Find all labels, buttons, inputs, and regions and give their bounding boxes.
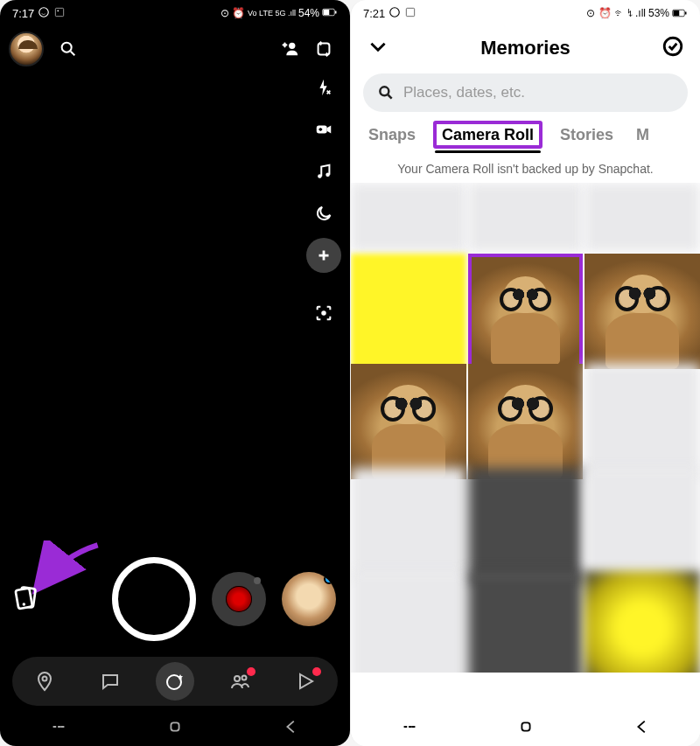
more-tools-button[interactable] xyxy=(306,238,341,273)
thumbnail[interactable] xyxy=(584,254,700,369)
flip-camera-button[interactable] xyxy=(306,31,341,66)
memories-button[interactable] xyxy=(12,583,44,615)
camera-side-toolbar xyxy=(304,70,343,331)
tab-more[interactable]: M xyxy=(634,119,651,153)
memories-header: Memories xyxy=(351,26,700,66)
flip-icon xyxy=(314,39,333,59)
back-button[interactable] xyxy=(282,717,301,740)
svg-point-16 xyxy=(23,603,25,605)
lens-filter-1[interactable] xyxy=(212,572,266,626)
status-bar: 7:21 ⊙ ⏰ ᯤ ↯ .ıll 53% xyxy=(351,0,700,26)
thumbnail[interactable] xyxy=(351,364,466,479)
svg-line-7 xyxy=(71,52,75,56)
recents-button[interactable] xyxy=(49,717,68,740)
thumbnail[interactable] xyxy=(351,571,466,673)
svg-rect-5 xyxy=(335,11,337,14)
android-nav-bar xyxy=(351,711,700,746)
android-nav-bar xyxy=(0,711,350,746)
svg-point-0 xyxy=(39,7,49,17)
scan-button[interactable] xyxy=(306,296,341,331)
whatsapp-icon xyxy=(388,6,401,21)
thumbnail[interactable] xyxy=(584,571,700,673)
thumbnail[interactable] xyxy=(584,468,700,583)
recents-button[interactable] xyxy=(400,717,419,740)
svg-rect-9 xyxy=(318,44,330,55)
nav-spotlight[interactable] xyxy=(286,662,325,701)
lens-filter-2[interactable] xyxy=(282,572,336,626)
add-friend-icon xyxy=(280,39,299,59)
svg-line-32 xyxy=(388,95,392,99)
page-title: Memories xyxy=(480,37,570,59)
svg-rect-24 xyxy=(171,722,178,730)
thumbnail-selected[interactable] xyxy=(468,254,584,369)
thumbnail[interactable] xyxy=(468,468,584,583)
nav-camera[interactable] xyxy=(156,662,194,701)
search-icon xyxy=(59,39,78,59)
svg-point-25 xyxy=(390,7,400,17)
bottom-nav xyxy=(12,657,338,706)
thumbnail[interactable] xyxy=(584,183,700,252)
back-button[interactable] xyxy=(633,717,652,740)
nav-stories[interactable] xyxy=(220,662,259,701)
check-circle-icon xyxy=(662,35,684,58)
profile-avatar[interactable] xyxy=(9,31,44,66)
svg-rect-36 xyxy=(522,722,529,730)
status-time: 7:17 xyxy=(12,7,34,20)
whatsapp-icon xyxy=(38,6,50,21)
annotation-highlight: Camera Roll xyxy=(433,121,542,149)
chevron-down-icon xyxy=(367,35,389,58)
home-button[interactable] xyxy=(165,717,185,740)
camera-top-bar xyxy=(0,26,350,66)
camera-bottom-controls xyxy=(0,557,350,641)
thumbnail[interactable] xyxy=(351,468,466,583)
search-button[interactable] xyxy=(51,31,86,66)
svg-point-6 xyxy=(62,43,72,52)
music-icon xyxy=(314,162,333,181)
select-button[interactable] xyxy=(662,35,684,61)
notification-dot xyxy=(247,667,256,676)
thumbnail[interactable] xyxy=(584,364,700,479)
thumbnail[interactable] xyxy=(351,254,466,369)
alarm2-icon: ⏰ xyxy=(232,7,245,19)
plus-icon xyxy=(314,246,333,265)
camera-roll-grid xyxy=(351,183,700,673)
night-mode-button[interactable] xyxy=(306,196,341,231)
battery-icon xyxy=(322,7,338,19)
memories-tabs: Snaps Camera Roll Stories M xyxy=(351,119,700,153)
svg-rect-26 xyxy=(407,8,415,16)
thumbnail[interactable] xyxy=(468,571,584,673)
battery-icon xyxy=(672,9,688,17)
nav-chat[interactable] xyxy=(91,662,130,701)
pin-icon xyxy=(34,671,55,692)
thumbnail[interactable] xyxy=(468,183,584,252)
image-icon xyxy=(53,6,66,21)
shutter-button[interactable] xyxy=(112,557,196,641)
tab-camera-roll[interactable]: Camera Roll xyxy=(437,119,539,153)
flash-button[interactable] xyxy=(306,70,341,105)
svg-point-12 xyxy=(326,172,330,177)
nav-map[interactable] xyxy=(25,662,64,701)
music-button[interactable] xyxy=(306,154,341,189)
svg-point-31 xyxy=(380,87,388,95)
snapchat-memories-screen: 7:21 ⊙ ⏰ ᯤ ↯ .ıll 53% Memories Places, d… xyxy=(350,0,700,746)
chat-icon xyxy=(100,671,121,692)
thumbnail[interactable] xyxy=(468,364,584,479)
thumbnail[interactable] xyxy=(351,183,466,252)
search-input[interactable]: Places, dates, etc. xyxy=(363,73,688,112)
battery-label: 54% xyxy=(298,7,319,19)
tab-snaps[interactable]: Snaps xyxy=(367,119,417,153)
alarm-icon: ⊙ xyxy=(220,7,229,19)
battery-label: 53% xyxy=(648,7,669,19)
home-button[interactable] xyxy=(516,717,536,740)
status-bar: 7:17 ⊙ ⏰ Vo LTE 5G .ıll 54% xyxy=(0,0,350,26)
collapse-button[interactable] xyxy=(367,35,389,61)
action-cam-button[interactable] xyxy=(306,112,341,147)
svg-point-17 xyxy=(43,677,47,681)
memories-icon xyxy=(12,583,40,611)
add-friend-button[interactable] xyxy=(280,39,299,59)
wifi-icon: ᯤ ↯ xyxy=(614,7,633,19)
network-label: .ıll xyxy=(635,7,646,19)
backup-notice: Your Camera Roll isn't backed up by Snap… xyxy=(351,153,700,183)
notification-dot xyxy=(312,667,321,676)
tab-stories[interactable]: Stories xyxy=(558,119,615,153)
